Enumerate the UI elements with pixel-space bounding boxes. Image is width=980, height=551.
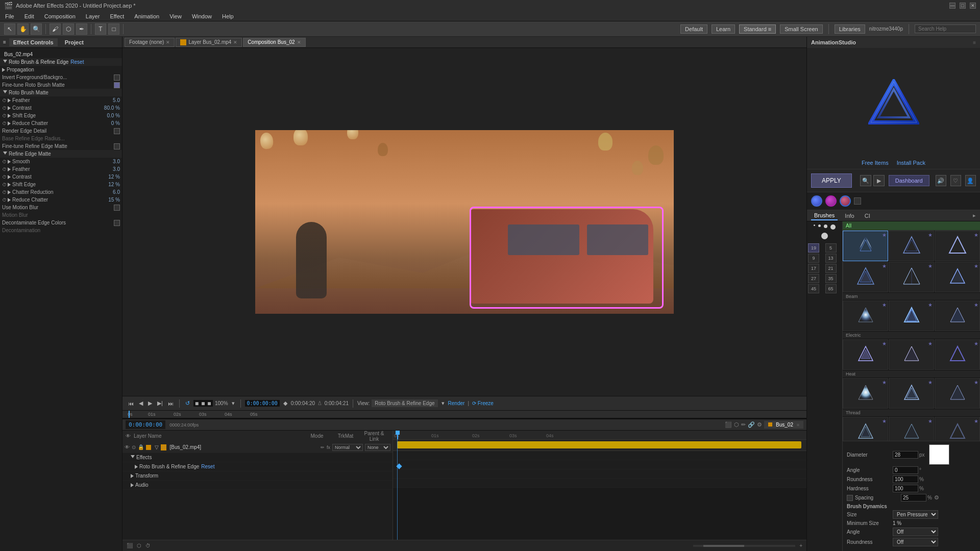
- size-dot-s[interactable]: [818, 224, 821, 227]
- size-dot-m[interactable]: [824, 224, 827, 228]
- tl-btn-1[interactable]: ⬛: [725, 421, 732, 428]
- render-edge-checkbox[interactable]: [114, 128, 120, 134]
- effects-row[interactable]: Effects: [122, 453, 393, 462]
- first-frame-btn[interactable]: ⏮: [127, 400, 135, 407]
- tl-footer-btn3[interactable]: ⏱: [145, 543, 151, 548]
- roto-brush-matte-header[interactable]: Roto Brush Matte: [0, 89, 122, 96]
- layer-fx-icon[interactable]: fx: [327, 445, 330, 450]
- angle-dynamics-select[interactable]: Off Pen Pressure: [893, 528, 938, 536]
- libraries-btn[interactable]: Libraries: [835, 24, 865, 34]
- view-dropdown[interactable]: ▾: [440, 399, 446, 407]
- preset-small-screen[interactable]: Small Screen: [780, 24, 822, 34]
- menu-layer[interactable]: Layer: [84, 13, 102, 19]
- close-button[interactable]: ✕: [970, 3, 976, 9]
- minimize-button[interactable]: —: [949, 3, 955, 9]
- brushes-tab-ci[interactable]: CI: [862, 212, 873, 220]
- timeline-timecode[interactable]: 0:00:00:00: [126, 420, 165, 429]
- tl-zoom-in[interactable]: +: [799, 543, 802, 548]
- brush-item-2[interactable]: ★: [889, 231, 934, 261]
- brush-item-beam-3[interactable]: ★: [935, 300, 980, 331]
- play-btn[interactable]: ▶: [146, 399, 154, 407]
- tl-tab-bus02[interactable]: Bus_02 ≡: [764, 421, 803, 429]
- loop-btn[interactable]: ↺: [184, 399, 191, 407]
- shift-edge2-stopwatch[interactable]: ⏱: [2, 182, 7, 187]
- tl-btn-5[interactable]: ⚙: [757, 421, 762, 428]
- tab-footage[interactable]: Footage (none) ✕: [125, 38, 175, 47]
- angle-input[interactable]: [893, 466, 918, 474]
- tool-zoom[interactable]: 🔍: [31, 23, 42, 35]
- preset-standard[interactable]: Standard ≡: [739, 24, 776, 34]
- menu-effect[interactable]: Effect: [108, 13, 126, 19]
- brush-item-beam-1[interactable]: ★: [843, 300, 888, 331]
- tool-shape[interactable]: □: [108, 23, 119, 35]
- play-apply-icon[interactable]: ▶: [873, 175, 885, 186]
- tl-footer-btn1[interactable]: ⬛: [127, 543, 133, 548]
- menu-animation[interactable]: Animation: [132, 13, 161, 19]
- preset-default[interactable]: Default: [680, 24, 707, 34]
- roto-effect-reset[interactable]: Reset: [201, 464, 214, 469]
- size-dot-l[interactable]: [821, 233, 828, 239]
- size-btn-13[interactable]: 13: [825, 254, 837, 263]
- spacing-settings-icon[interactable]: ⚙: [934, 494, 939, 501]
- tool-type[interactable]: T: [95, 23, 106, 35]
- hardness-input[interactable]: [893, 485, 918, 492]
- comp-tab-close[interactable]: ✕: [297, 40, 301, 45]
- brush-item-6[interactable]: ★: [935, 262, 980, 292]
- chatter-reduction-stopwatch[interactable]: ⏱: [2, 190, 7, 195]
- menu-edit[interactable]: Edit: [22, 13, 36, 19]
- refine-edge-matte-header[interactable]: Refine Edge Matte: [0, 150, 122, 158]
- apply-button[interactable]: APPLY: [811, 173, 852, 188]
- size-btn-65[interactable]: 65: [825, 284, 837, 293]
- preset-learn[interactable]: Learn: [712, 24, 735, 34]
- feather-stopwatch[interactable]: ⏱: [2, 98, 7, 103]
- layer-trkmat-select[interactable]: None: [365, 444, 390, 451]
- brush-item-heat-3[interactable]: ★: [935, 378, 980, 409]
- brush-item-elec-2[interactable]: ★: [889, 339, 934, 370]
- decontaminate-checkbox[interactable]: [114, 220, 120, 226]
- orb-pink[interactable]: [840, 195, 851, 207]
- size-btn-21[interactable]: 21: [825, 264, 837, 273]
- tab-project[interactable]: Project: [61, 38, 88, 46]
- layer-solo-icon[interactable]: ⊙: [132, 444, 136, 450]
- brushes-tab-brushes[interactable]: Brushes: [811, 211, 838, 220]
- layer-row-bus02[interactable]: 👁 ⊙ 🔒 ▽ □ [Bus_02.mp4] ✏ fx Normal: [122, 442, 393, 453]
- layer-expand-icon[interactable]: ▽: [155, 444, 159, 450]
- tl-btn-4[interactable]: 🔗: [748, 421, 755, 428]
- zoom-dropdown[interactable]: ▾: [230, 399, 236, 407]
- roundness-input[interactable]: [893, 475, 918, 483]
- orb-blue[interactable]: [811, 195, 822, 207]
- layer-mode-select[interactable]: Normal: [332, 444, 363, 451]
- effect-section-roto-brush[interactable]: Roto Brush & Refine Edge Reset: [0, 58, 122, 66]
- reset-button[interactable]: Reset: [70, 59, 84, 65]
- propagation-row[interactable]: Propagation: [0, 66, 122, 73]
- size-dynamics-select[interactable]: Pen Pressure Off Stylus Wheel: [893, 510, 938, 519]
- smooth-stopwatch[interactable]: ⏱: [2, 159, 7, 164]
- last-frame-btn[interactable]: ⏭: [166, 400, 175, 407]
- layer-track-bar[interactable]: [397, 441, 801, 448]
- menu-composition[interactable]: Composition: [42, 13, 78, 19]
- menu-file[interactable]: File: [3, 13, 16, 19]
- render-btn[interactable]: Render: [448, 400, 465, 406]
- size-btn-19[interactable]: 19: [808, 243, 819, 253]
- heart-icon[interactable]: ♡: [950, 175, 961, 186]
- roto-brush-effect-row[interactable]: Roto Brush & Refine Edge Reset: [122, 462, 393, 471]
- view-selector[interactable]: Roto Brush & Refine Edge: [372, 399, 437, 407]
- tl-btn-2[interactable]: ⬡: [734, 421, 739, 428]
- tab-composition[interactable]: Composition Bus_02 ✕: [243, 38, 305, 47]
- spacing-input[interactable]: [901, 494, 926, 502]
- install-pack-btn[interactable]: Install Pack: [897, 160, 925, 166]
- tl-btn-3[interactable]: ✏: [741, 421, 746, 428]
- brush-item-elec-1[interactable]: ★: [843, 339, 888, 370]
- user-icon[interactable]: 👤: [965, 175, 976, 186]
- brush-item-elec-3[interactable]: ★: [935, 339, 980, 370]
- tab-effect-controls[interactable]: Effect Controls: [9, 38, 58, 46]
- dashboard-button[interactable]: Dashboard: [889, 175, 929, 186]
- tool-pen[interactable]: ✒: [76, 23, 87, 35]
- color-swatch[interactable]: [929, 444, 949, 465]
- brush-item-3[interactable]: ★: [935, 231, 980, 261]
- fine-tune-checkbox[interactable]: [114, 82, 120, 88]
- brush-item-beam-2[interactable]: ★: [889, 300, 934, 331]
- brush-item-thread-2[interactable]: ★: [889, 417, 934, 441]
- diameter-input[interactable]: [893, 451, 918, 459]
- brush-item-4[interactable]: ★: [843, 262, 888, 292]
